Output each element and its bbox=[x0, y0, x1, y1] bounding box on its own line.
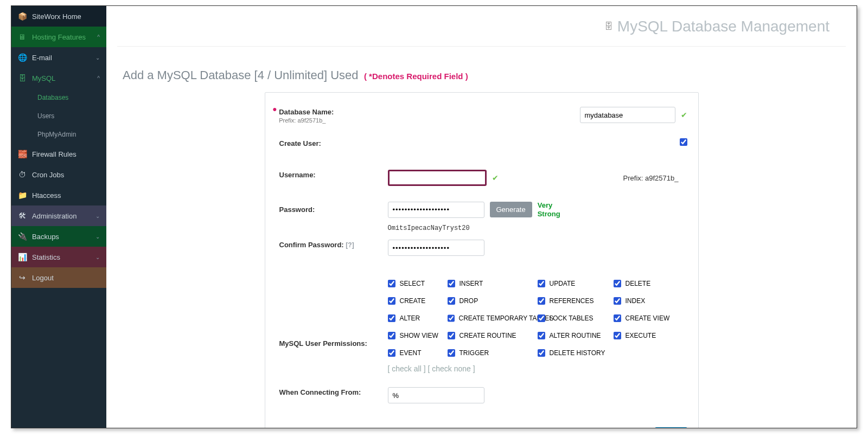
check-icon: ✔ bbox=[492, 173, 499, 182]
chevron-down-icon: ⌄ bbox=[95, 254, 100, 260]
confirm-password-input[interactable] bbox=[388, 240, 484, 256]
sidebar-item-statistics[interactable]: 📊 Statistics ⌄ bbox=[11, 247, 106, 267]
sidebar-item-administration[interactable]: 🛠 Administration ⌄ bbox=[11, 205, 106, 226]
sidebar-item-label: Logout bbox=[32, 274, 54, 282]
label-password: Password: bbox=[279, 201, 388, 214]
label-permissions: MySQL User Permissions: bbox=[279, 304, 388, 348]
password-plaintext: OmitsIpecacNayTryst20 bbox=[388, 224, 470, 232]
perm-insert[interactable]: INSERT bbox=[448, 280, 538, 287]
perm-alter-routine[interactable]: ALTER ROUTINE bbox=[538, 332, 614, 339]
page-title: 🗄︎ MySQL Database Management bbox=[604, 18, 829, 35]
sidebar-sub-databases[interactable]: Databases bbox=[11, 88, 106, 107]
chevron-down-icon: ⌄ bbox=[95, 213, 100, 219]
perm-show-view[interactable]: SHOW VIEW bbox=[388, 332, 448, 339]
monitor-icon: 🖥 bbox=[18, 33, 27, 41]
perm-trigger[interactable]: TRIGGER bbox=[448, 349, 538, 357]
perm-create-view[interactable]: CREATE VIEW bbox=[614, 314, 679, 322]
perm-create-temp-tables[interactable]: CREATE TEMPORARY TABLES bbox=[448, 314, 538, 322]
perm-event[interactable]: EVENT bbox=[388, 349, 448, 357]
sidebar-item-firewall[interactable]: 🧱 Firewall Rules bbox=[11, 144, 106, 164]
perm-update[interactable]: UPDATE bbox=[538, 280, 614, 287]
sidebar-item-htaccess[interactable]: 📁 Htaccess bbox=[11, 185, 106, 205]
clock-icon: ⏱ bbox=[18, 170, 27, 179]
username-input[interactable] bbox=[388, 170, 487, 186]
create-user-checkbox[interactable] bbox=[680, 138, 687, 146]
sidebar-item-cron[interactable]: ⏱ Cron Jobs bbox=[11, 164, 106, 185]
home-icon: 📦 bbox=[18, 12, 27, 21]
permissions-grid: SELECT INSERT UPDATE DELETE CREATE DROP … bbox=[388, 280, 687, 357]
sidebar-item-logout[interactable]: ↪ Logout bbox=[11, 267, 106, 288]
generate-button[interactable]: Generate bbox=[490, 202, 532, 217]
sidebar: 📦 SiteWorx Home 🖥 Hosting Features ^ 🌐 E… bbox=[11, 6, 106, 428]
stats-icon: 📊 bbox=[18, 253, 27, 261]
sidebar-item-label: Administration bbox=[32, 212, 76, 220]
connecting-from-input[interactable] bbox=[388, 387, 484, 403]
sidebar-item-label: Firewall Rules bbox=[32, 150, 76, 158]
sidebar-sub-users[interactable]: Users bbox=[11, 107, 106, 125]
required-note: ( *Denotes Required Field ) bbox=[364, 72, 468, 81]
tools-icon: 🛠 bbox=[18, 211, 27, 220]
password-strength: Very Strong bbox=[538, 201, 560, 218]
perm-delete-history[interactable]: DELETE HISTORY bbox=[538, 349, 614, 357]
section-heading: Add a MySQL Database [4 / Unlimited] Use… bbox=[117, 68, 846, 82]
page-title-text: MySQL Database Management bbox=[617, 18, 829, 35]
sidebar-item-label: Cron Jobs bbox=[32, 171, 64, 179]
database-name-input[interactable] bbox=[580, 107, 675, 123]
sidebar-item-home[interactable]: 📦 SiteWorx Home bbox=[11, 6, 106, 27]
folder-icon: 📁 bbox=[18, 191, 27, 200]
sidebar-item-hosting[interactable]: 🖥 Hosting Features ^ bbox=[11, 27, 106, 47]
label-create-user: Create User: bbox=[279, 138, 388, 147]
perm-delete[interactable]: DELETE bbox=[614, 280, 679, 287]
divider bbox=[117, 46, 846, 47]
logout-icon: ↪ bbox=[18, 273, 27, 282]
password-input[interactable] bbox=[388, 202, 484, 218]
required-dot: • bbox=[273, 107, 277, 112]
sidebar-item-mysql[interactable]: 🗄 MySQL ^ bbox=[11, 68, 106, 88]
sidebar-sub-phpmyadmin[interactable]: PhpMyAdmin bbox=[11, 125, 106, 144]
sidebar-item-label: SiteWorx Home bbox=[32, 12, 81, 21]
label-confirm-password: Confirm Password: [?] bbox=[279, 240, 388, 249]
perm-create-routine[interactable]: CREATE ROUTINE bbox=[448, 332, 538, 339]
check-toggle: [ check all ] [ check none ] bbox=[388, 364, 687, 373]
perm-references[interactable]: REFERENCES bbox=[538, 297, 614, 305]
label-database-name: Database Name: Prefix: a9f2571b_ bbox=[279, 107, 387, 124]
check-all-link[interactable]: [ check all ] bbox=[388, 364, 426, 373]
label-username: Username: bbox=[279, 170, 388, 179]
perm-execute[interactable]: EXECUTE bbox=[614, 332, 679, 339]
perm-create[interactable]: CREATE bbox=[388, 297, 448, 305]
chevron-up-icon: ^ bbox=[97, 75, 100, 81]
add-button[interactable]: Add bbox=[655, 427, 687, 428]
username-prefix: Prefix: a9f2571b_ bbox=[623, 174, 687, 182]
label-connecting-from: When Connecting From: bbox=[279, 387, 388, 396]
sidebar-item-email[interactable]: 🌐 E-mail ⌄ bbox=[11, 47, 106, 68]
backups-icon: 🔌 bbox=[18, 232, 27, 241]
firewall-icon: 🧱 bbox=[18, 150, 27, 158]
perm-lock-tables[interactable]: LOCK TABLES bbox=[538, 314, 614, 322]
chevron-up-icon: ^ bbox=[97, 34, 100, 40]
sidebar-item-label: Hosting Features bbox=[32, 33, 86, 41]
sidebar-item-label: Backups bbox=[32, 233, 59, 241]
chevron-down-icon: ⌄ bbox=[95, 55, 100, 61]
page-header: 🗄︎ MySQL Database Management bbox=[117, 6, 846, 42]
perm-alter[interactable]: ALTER bbox=[388, 314, 448, 322]
section-title: Add a MySQL Database [4 / Unlimited] Use… bbox=[123, 68, 359, 82]
sidebar-item-label: Htaccess bbox=[32, 191, 61, 200]
perm-select[interactable]: SELECT bbox=[388, 280, 448, 287]
sidebar-item-backups[interactable]: 🔌 Backups ⌄ bbox=[11, 226, 106, 247]
sidebar-item-label: E-mail bbox=[32, 54, 52, 62]
perm-index[interactable]: INDEX bbox=[614, 297, 679, 305]
check-none-link[interactable]: [ check none ] bbox=[427, 364, 475, 373]
database-icon: 🗄︎ bbox=[604, 22, 613, 31]
help-icon[interactable]: [?] bbox=[346, 241, 354, 249]
check-icon: ✔ bbox=[681, 111, 687, 119]
add-database-form: • Database Name: Prefix: a9f2571b_ ✔ Cre… bbox=[265, 92, 699, 428]
main-content: 🗄︎ MySQL Database Management Add a MySQL… bbox=[106, 6, 857, 428]
perm-drop[interactable]: DROP bbox=[448, 297, 538, 305]
sidebar-item-label: MySQL bbox=[32, 74, 55, 82]
database-icon: 🗄 bbox=[18, 74, 27, 82]
sidebar-item-label: Statistics bbox=[32, 253, 60, 261]
chevron-down-icon: ⌄ bbox=[95, 234, 100, 240]
globe-icon: 🌐 bbox=[18, 53, 27, 62]
